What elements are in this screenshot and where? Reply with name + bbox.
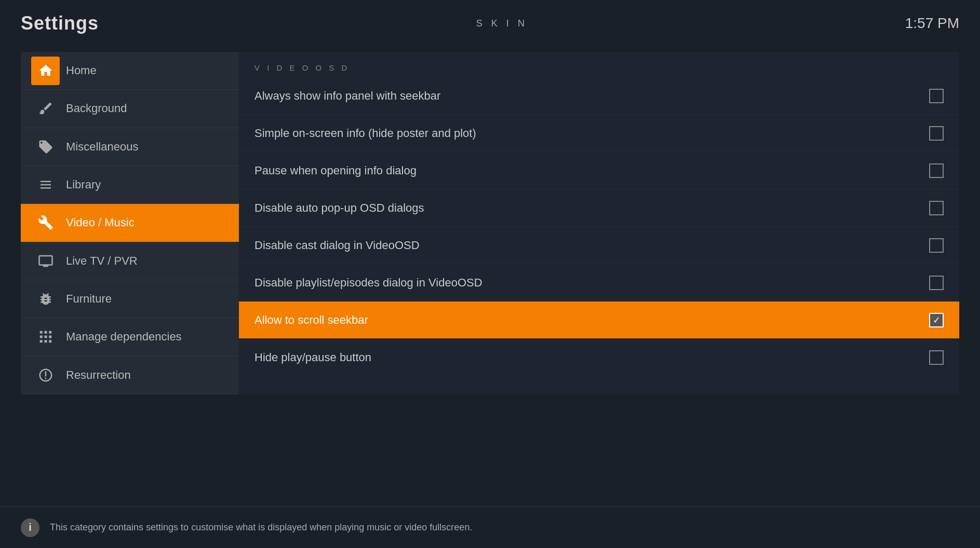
setting-row-disable-playlist[interactable]: Disable playlist/episodes dialog in Vide… — [239, 264, 959, 302]
setting-row-hide-play-pause[interactable]: Hide play/pause button — [239, 339, 959, 376]
page-title: Settings — [21, 12, 99, 34]
footer: i This category contains settings to cus… — [0, 506, 980, 548]
library-icon — [31, 171, 60, 199]
main-container: Home Background Miscellaneous — [21, 52, 959, 394]
sidebar-item-label: Miscellaneous — [66, 140, 138, 154]
sidebar-item-furniture[interactable]: Furniture — [21, 280, 239, 318]
setting-row-simple-onscreen[interactable]: Simple on-screen info (hide poster and p… — [239, 115, 959, 152]
sidebar-item-label: Home — [66, 64, 97, 77]
checkbox-pause-info[interactable] — [929, 163, 944, 178]
checkbox-hide-play-pause[interactable] — [929, 350, 944, 365]
sidebar-item-background[interactable]: Background — [21, 90, 239, 128]
furniture-icon — [31, 285, 60, 313]
wrench-icon — [31, 209, 60, 237]
setting-label: Disable auto pop-up OSD dialogs — [254, 201, 424, 215]
grid-icon — [31, 323, 60, 351]
sidebar-item-label: Resurrection — [66, 368, 131, 382]
setting-label: Simple on-screen info (hide poster and p… — [254, 127, 476, 140]
sidebar-item-live-tv[interactable]: Live TV / PVR — [21, 242, 239, 280]
resurrection-icon — [31, 361, 60, 389]
setting-row-pause-info[interactable]: Pause when opening info dialog — [239, 152, 959, 189]
setting-row-disable-cast[interactable]: Disable cast dialog in VideoOSD — [239, 227, 959, 264]
sidebar-item-home[interactable]: Home — [21, 52, 239, 90]
setting-label: Disable playlist/episodes dialog in Vide… — [254, 276, 482, 290]
sidebar-item-label: Background — [66, 102, 127, 115]
sidebar-item-label: Video / Music — [66, 216, 135, 229]
sidebar-item-label: Live TV / PVR — [66, 254, 138, 268]
tag-icon — [31, 132, 60, 161]
clock: 1:57 PM — [905, 15, 959, 32]
sidebar-item-label: Manage dependencies — [66, 330, 182, 344]
checkbox-simple-onscreen[interactable] — [929, 126, 944, 141]
checkbox-allow-scroll[interactable] — [929, 313, 944, 327]
section-header: V I D E O O S D — [239, 52, 959, 77]
skin-label: S K I N — [476, 18, 528, 29]
tv-icon — [31, 246, 60, 275]
header: Settings S K I N 1:57 PM — [0, 0, 980, 47]
sidebar-item-manage-deps[interactable]: Manage dependencies — [21, 318, 239, 356]
setting-label: Always show info panel with seekbar — [254, 89, 440, 103]
sidebar-item-resurrection[interactable]: Resurrection — [21, 357, 239, 394]
sidebar-item-miscellaneous[interactable]: Miscellaneous — [21, 128, 239, 166]
sidebar-item-video-music[interactable]: Video / Music — [21, 204, 239, 242]
sidebar-item-library[interactable]: Library — [21, 166, 239, 204]
checkbox-disable-cast[interactable] — [929, 238, 944, 253]
home-icon — [31, 57, 60, 85]
sidebar: Home Background Miscellaneous — [21, 52, 239, 394]
setting-row-allow-scroll[interactable]: Allow to scroll seekbar — [239, 302, 959, 339]
info-icon: i — [21, 518, 39, 537]
setting-label: Allow to scroll seekbar — [254, 313, 368, 327]
sidebar-item-label: Furniture — [66, 292, 112, 306]
sidebar-item-label: Library — [66, 178, 101, 191]
setting-row-show-info-panel[interactable]: Always show info panel with seekbar — [239, 77, 959, 115]
background-icon — [31, 94, 60, 123]
checkbox-disable-popup[interactable] — [929, 201, 944, 215]
checkbox-show-info-panel[interactable] — [929, 89, 944, 103]
footer-text: This category contains settings to custo… — [50, 522, 472, 533]
setting-label: Pause when opening info dialog — [254, 164, 417, 177]
checkbox-disable-playlist[interactable] — [929, 276, 944, 290]
setting-label: Disable cast dialog in VideoOSD — [254, 239, 420, 252]
content-area: V I D E O O S D Always show info panel w… — [239, 52, 959, 394]
setting-label: Hide play/pause button — [254, 351, 371, 364]
setting-row-disable-popup[interactable]: Disable auto pop-up OSD dialogs — [239, 189, 959, 227]
